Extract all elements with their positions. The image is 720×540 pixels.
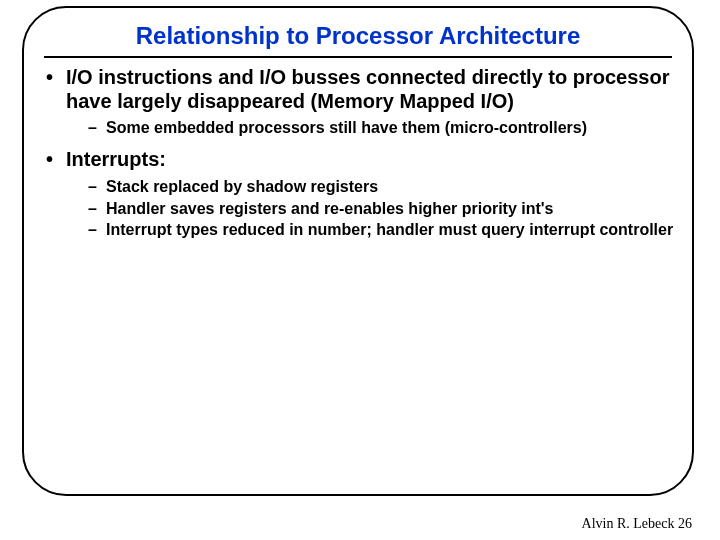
bullet-item: Interrupts: Stack replaced by shadow reg… bbox=[38, 148, 674, 240]
title-rule bbox=[44, 56, 672, 58]
sub-bullet-item: Handler saves registers and re-enables h… bbox=[66, 200, 674, 219]
sub-bullet-item: Interrupt types reduced in number; handl… bbox=[66, 221, 674, 240]
slide-content: I/O instructions and I/O busses connecte… bbox=[24, 66, 692, 240]
sub-bullet-list: Some embedded processors still have them… bbox=[66, 119, 674, 138]
bullet-item: I/O instructions and I/O busses connecte… bbox=[38, 66, 674, 138]
bullet-list: I/O instructions and I/O busses connecte… bbox=[38, 66, 674, 240]
footer-author: Alvin R. Lebeck bbox=[582, 516, 675, 531]
bullet-text: I/O instructions and I/O busses connecte… bbox=[66, 66, 669, 112]
slide-title: Relationship to Processor Architecture bbox=[24, 22, 692, 50]
footer-page: 26 bbox=[678, 516, 692, 531]
sub-bullet-item: Stack replaced by shadow registers bbox=[66, 178, 674, 197]
sub-bullet-item: Some embedded processors still have them… bbox=[66, 119, 674, 138]
slide-frame: Relationship to Processor Architecture I… bbox=[22, 6, 694, 496]
slide-footer: Alvin R. Lebeck 26 bbox=[582, 516, 692, 532]
sub-bullet-list: Stack replaced by shadow registers Handl… bbox=[66, 178, 674, 241]
bullet-text: Interrupts: bbox=[66, 148, 166, 170]
